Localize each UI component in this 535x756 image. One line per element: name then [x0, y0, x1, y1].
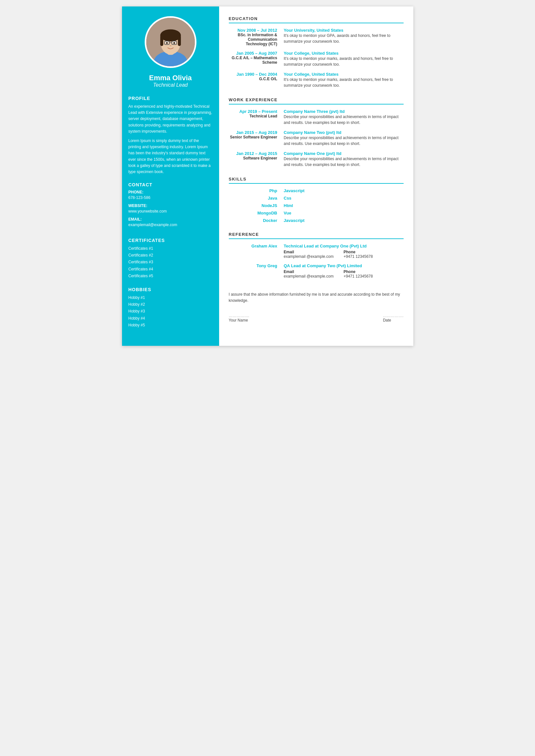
edu-org: Your College, United States [284, 51, 404, 56]
contact-section: CONTACT PHONE: 678-123-586 WEBSITE: www.… [128, 182, 212, 230]
declaration-text: I assure that the above information furn… [229, 291, 404, 304]
certificates-heading: CERTIFICATES [128, 238, 212, 243]
svg-point-11 [173, 42, 175, 44]
education-entry: Jan 1990 – Dec 2004 G.C.E O/L Your Colle… [229, 72, 404, 88]
skill-left: NodeJS [229, 203, 281, 208]
skills-section: SKILLS PhpJavascriptJavaCssNodeJSHtmlMon… [229, 176, 404, 223]
contact-phone: PHONE: 678-123-586 [128, 190, 212, 200]
edu-degree: G.C.E O/L [229, 77, 277, 81]
work-left: Jan 2015 – Aug 2019 Senior Software Engi… [229, 130, 281, 147]
right-column: EDUCATION Nov 2008 – Jul 2012 BSc. in In… [219, 7, 413, 346]
certificate-item: Certificates #1 [128, 246, 212, 252]
education-entry: Nov 2008 – Jul 2012 BSc. in Information … [229, 28, 404, 46]
education-entries: Nov 2008 – Jul 2012 BSc. in Information … [229, 28, 404, 88]
name-dots: ……………. [229, 313, 249, 318]
svg-point-15 [170, 45, 172, 46]
candidate-name: Emma Olivia [128, 74, 212, 82]
reference-entry: Tony Greg QA Lead at Company Two (Pvt) L… [229, 263, 404, 279]
work-date: Apr 2019 – Present [229, 109, 277, 114]
website-label: WEBSITE: [128, 203, 212, 208]
ref-right: QA Lead at Company Two (Pvt) Limited Ema… [284, 263, 404, 279]
phone-label: PHONE: [128, 190, 212, 194]
skill-right: Javascript [284, 218, 404, 223]
ref-email-label: Email [284, 250, 344, 254]
work-right: Company Name Two (pvt) ltd Describe your… [284, 130, 404, 147]
edu-org: Your University, United States [284, 28, 404, 33]
name-title-block: Emma Olivia Technical Lead [128, 74, 212, 88]
reference-entry: Graham Alex Technical Lead at Company On… [229, 244, 404, 259]
edu-date: Jan 2005 – Aug 2007 [229, 51, 277, 56]
ref-phone-value: +9471 12345678 [344, 274, 404, 279]
work-heading: WORK EXPERIENCE [229, 97, 404, 104]
edu-right: Your University, United States It's okay… [284, 28, 404, 46]
phone-value: 678-123-586 [128, 195, 151, 200]
contact-heading: CONTACT [128, 182, 212, 187]
edu-desc: It's okay to mention your marks, awards … [284, 77, 404, 88]
candidate-title: Technical Lead [128, 82, 212, 88]
edu-left: Jan 1990 – Dec 2004 G.C.E O/L [229, 72, 281, 88]
signature-row: ……………. Your Name ……………. Date [229, 313, 404, 323]
ref-right: Technical Lead at Company One (Pvt) Ltd … [284, 244, 404, 259]
ref-phone-block: Phone +9471 12345678 [344, 269, 404, 279]
edu-degree: G.C.E A/L – Mathematics Scheme [229, 56, 277, 65]
ref-email-value: examplemail @example.com [284, 274, 344, 279]
edu-right: Your College, United States It's okay to… [284, 51, 404, 67]
education-heading: EDUCATION [229, 16, 404, 23]
edu-date: Nov 2008 – Jul 2012 [229, 28, 277, 33]
website-value[interactable]: www.yourwebsite.com [128, 209, 167, 213]
hobby-item: Hobby #5 [128, 322, 212, 328]
hobby-item: Hobby #4 [128, 315, 212, 322]
ref-email-label: Email [284, 269, 344, 274]
work-left: Jan 2012 – Aug 2015 Software Engineer [229, 151, 281, 168]
profile-heading: PROFILE [128, 96, 212, 101]
ref-contact-grid: Email examplemail @example.com Phone +94… [284, 250, 404, 259]
work-entry: Jan 2015 – Aug 2019 Senior Software Engi… [229, 130, 404, 147]
profile-section: PROFILE An experienced and highly-motiva… [128, 96, 212, 175]
contact-email: EMAIL: examplemail@example.com [128, 217, 212, 228]
work-role: Software Engineer [229, 156, 277, 160]
work-desc: Describe your responsibilities and achie… [284, 156, 404, 168]
skill-right: Vue [284, 211, 404, 215]
work-company: Company Name Three (pvt) ltd [284, 109, 404, 114]
work-desc: Describe your responsibilities and achie… [284, 135, 404, 147]
signature-name: ……………. Your Name [229, 313, 249, 323]
work-left: Apr 2019 – Present Technical Lead [229, 109, 281, 125]
date-dots: ……………. [383, 313, 403, 318]
resume-container: Emma Olivia Technical Lead PROFILE An ex… [122, 7, 413, 346]
ref-phone-label: Phone [344, 250, 404, 254]
contact-website: WEBSITE: www.yourwebsite.com [128, 203, 212, 214]
work-right: Company Name One (pvt) ltd Describe your… [284, 151, 404, 168]
skills-heading: SKILLS [229, 176, 404, 184]
edu-org: Your College, United States [284, 72, 404, 77]
edu-date: Jan 1990 – Dec 2004 [229, 72, 277, 77]
skill-left: MongoDB [229, 211, 281, 215]
ref-title: QA Lead at Company Two (Pvt) Limited [284, 263, 404, 268]
email-label: EMAIL: [128, 217, 212, 222]
work-company: Company Name One (pvt) ltd [284, 151, 404, 156]
hobbies-heading: HOBBIES [128, 287, 212, 292]
declaration-section: I assure that the above information furn… [229, 288, 404, 323]
edu-desc: It's okay to mention your marks, awards … [284, 56, 404, 67]
work-role: Senior Software Engineer [229, 135, 277, 139]
work-company: Company Name Two (pvt) ltd [284, 130, 404, 135]
reference-heading: REFERENCE [229, 232, 404, 239]
certificate-item: Certificates #5 [128, 273, 212, 279]
ref-left: Graham Alex [229, 244, 281, 259]
hobby-item: Hobby #3 [128, 308, 212, 314]
avatar [145, 16, 196, 68]
ref-title: Technical Lead at Company One (Pvt) Ltd [284, 244, 404, 249]
ref-email-value: examplemail @example.com [284, 254, 344, 259]
avatar-wrapper [128, 16, 212, 68]
email-value[interactable]: examplemail@example.com [128, 223, 177, 227]
certificates-section: CERTIFICATES Certificates #1Certificates… [128, 238, 212, 280]
education-section: EDUCATION Nov 2008 – Jul 2012 BSc. in In… [229, 16, 404, 88]
skill-left: Java [229, 196, 281, 201]
work-role: Technical Lead [229, 114, 277, 119]
skill-right: Javascript [284, 188, 404, 193]
hobbies-list: Hobby #1Hobby #2Hobby #3Hobby #4Hobby #5 [128, 295, 212, 328]
svg-rect-7 [178, 35, 181, 46]
skill-right: Html [284, 203, 404, 208]
left-column: Emma Olivia Technical Lead PROFILE An ex… [122, 7, 219, 346]
ref-name: Tony Greg [229, 263, 277, 268]
work-date: Jan 2015 – Aug 2019 [229, 130, 277, 135]
